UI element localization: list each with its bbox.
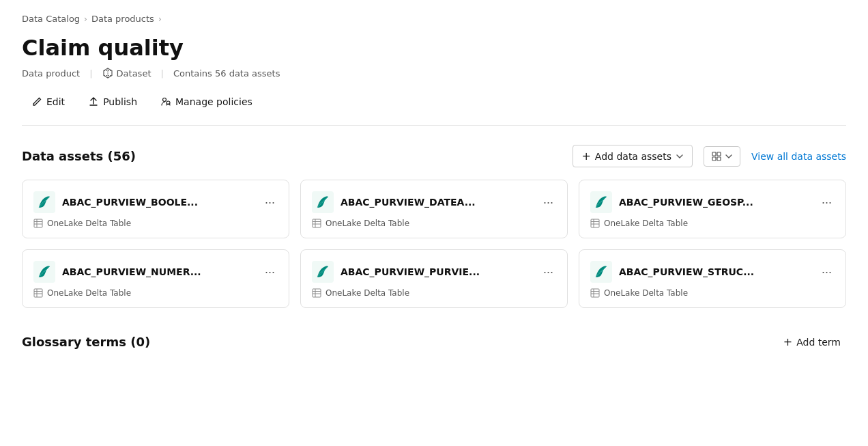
actions-row: Edit Publish Manage policies <box>22 92 846 126</box>
asset-card-6-more-button[interactable]: ··· <box>819 266 835 278</box>
asset-card-1-title-row: ABAC_PURVIEW_BOOLE... <box>33 191 262 213</box>
asset-card-5[interactable]: ABAC_PURVIEW_PURVIE... ··· OneLake Delta… <box>300 249 568 308</box>
chevron-down-icon <box>676 152 684 161</box>
asset-card-3-title-row: ABAC_PURVIEW_GEOSP... <box>590 191 819 213</box>
view-all-data-assets-link[interactable]: View all data assets <box>751 151 846 162</box>
add-data-assets-button[interactable]: + Add data assets <box>573 145 693 167</box>
asset-card-3-type-row: OneLake Delta Table <box>590 219 835 228</box>
asset-card-3-name: ABAC_PURVIEW_GEOSP... <box>619 197 753 208</box>
asset-card-5-title-row: ABAC_PURVIEW_PURVIE... <box>312 261 540 283</box>
breadcrumb-sep-2: › <box>158 14 162 24</box>
data-assets-title: Data assets (56) <box>22 149 136 163</box>
publish-icon <box>88 96 99 107</box>
svg-rect-11 <box>591 219 599 227</box>
asset-card-5-name: ABAC_PURVIEW_PURVIE... <box>341 266 480 277</box>
chevron-down-icon-2 <box>725 152 733 161</box>
table-icon-1 <box>33 219 43 228</box>
meta-divider-1: | <box>89 68 92 79</box>
asset-card-4[interactable]: ABAC_PURVIEW_NUMER... ··· OneLake Delta … <box>22 249 289 308</box>
breadcrumb-data-products[interactable]: Data products <box>91 14 154 24</box>
page-title: Claim quality <box>22 35 846 61</box>
asset-card-6-name: ABAC_PURVIEW_STRUC... <box>619 266 754 277</box>
edit-icon <box>31 96 42 107</box>
table-icon-5 <box>312 288 321 298</box>
asset-card-5-header: ABAC_PURVIEW_PURVIE... ··· <box>312 261 556 283</box>
asset-card-1-type-row: OneLake Delta Table <box>33 219 278 228</box>
asset-card-4-header: ABAC_PURVIEW_NUMER... ··· <box>33 261 278 283</box>
asset-card-6-type-row: OneLake Delta Table <box>590 288 835 298</box>
asset-card-6[interactable]: ABAC_PURVIEW_STRUC... ··· OneLake Delta … <box>579 249 846 308</box>
meta-assets-count: Contains 56 data assets <box>173 68 280 79</box>
table-icon-6 <box>590 288 600 298</box>
add-term-plus-icon: + <box>783 335 792 348</box>
manage-policies-button[interactable]: Manage policies <box>151 92 262 111</box>
asset-card-4-title-row: ABAC_PURVIEW_NUMER... <box>33 261 262 283</box>
asset-card-3[interactable]: ABAC_PURVIEW_GEOSP... ··· OneLake Delta … <box>579 180 846 238</box>
add-term-label: Add term <box>796 337 841 348</box>
glossary-title: Glossary terms (0) <box>22 335 150 349</box>
assets-grid: ABAC_PURVIEW_BOOLE... ··· OneLake Delta … <box>22 180 846 308</box>
asset-card-2-type: OneLake Delta Table <box>326 219 409 228</box>
asset-card-6-type: OneLake Delta Table <box>604 288 688 298</box>
svg-rect-17 <box>591 289 599 297</box>
data-assets-section: Data assets (56) + Add data assets <box>22 145 846 308</box>
fabric-asset-icon-6 <box>590 261 612 283</box>
asset-card-4-name: ABAC_PURVIEW_NUMER... <box>62 266 201 277</box>
grid-icon <box>711 151 722 162</box>
table-icon-2 <box>312 219 321 228</box>
asset-card-2-header: ABAC_PURVIEW_DATEA... ··· <box>312 191 556 213</box>
asset-card-1-header: ABAC_PURVIEW_BOOLE... ··· <box>33 191 278 213</box>
asset-card-1-name: ABAC_PURVIEW_BOOLE... <box>62 197 198 208</box>
publish-button[interactable]: Publish <box>78 92 147 111</box>
asset-card-4-type: OneLake Delta Table <box>47 288 131 298</box>
svg-rect-4 <box>712 157 716 161</box>
asset-card-6-header: ABAC_PURVIEW_STRUC... ··· <box>590 261 835 283</box>
table-icon-3 <box>590 219 600 228</box>
asset-card-5-more-button[interactable]: ··· <box>540 266 556 278</box>
dataset-icon <box>102 68 113 79</box>
asset-card-5-type-row: OneLake Delta Table <box>312 288 556 298</box>
asset-card-5-type: OneLake Delta Table <box>326 288 409 298</box>
glossary-header: Glossary terms (0) + Add term <box>22 333 846 351</box>
asset-card-3-type: OneLake Delta Table <box>604 219 688 228</box>
meta-dataset-label: Dataset <box>117 68 151 79</box>
meta-row: Data product | Dataset | Contains 56 dat… <box>22 68 846 79</box>
publish-label: Publish <box>103 96 137 107</box>
asset-card-1[interactable]: ABAC_PURVIEW_BOOLE... ··· OneLake Delta … <box>22 180 289 238</box>
edit-label: Edit <box>46 96 65 107</box>
svg-rect-15 <box>313 289 321 297</box>
svg-rect-9 <box>313 219 321 227</box>
asset-card-2-more-button[interactable]: ··· <box>540 196 556 208</box>
asset-card-3-header: ABAC_PURVIEW_GEOSP... ··· <box>590 191 835 213</box>
asset-card-2-title-row: ABAC_PURVIEW_DATEA... <box>312 191 540 213</box>
asset-card-3-more-button[interactable]: ··· <box>819 196 835 208</box>
fabric-asset-icon-2 <box>312 191 334 213</box>
svg-rect-7 <box>34 219 42 227</box>
asset-card-4-type-row: OneLake Delta Table <box>33 288 278 298</box>
svg-rect-2 <box>712 152 716 156</box>
plus-icon: + <box>581 150 590 163</box>
fabric-asset-icon-4 <box>33 261 55 283</box>
asset-card-4-more-button[interactable]: ··· <box>262 266 278 278</box>
policies-icon <box>160 96 171 107</box>
add-term-button[interactable]: + Add term <box>778 333 846 351</box>
asset-card-2[interactable]: ABAC_PURVIEW_DATEA... ··· OneLake Delta … <box>300 180 568 238</box>
meta-type: Data product <box>22 68 80 79</box>
asset-card-1-more-button[interactable]: ··· <box>262 196 278 208</box>
edit-button[interactable]: Edit <box>22 92 74 111</box>
asset-card-6-title-row: ABAC_PURVIEW_STRUC... <box>590 261 819 283</box>
table-icon-4 <box>33 288 43 298</box>
glossary-section: Glossary terms (0) + Add term <box>22 333 846 351</box>
breadcrumb-data-catalog[interactable]: Data Catalog <box>22 14 80 24</box>
fabric-asset-icon-3 <box>590 191 612 213</box>
meta-divider-2: | <box>161 68 164 79</box>
breadcrumb-sep-1: › <box>84 14 87 24</box>
section-header: Data assets (56) + Add data assets <box>22 145 846 167</box>
fabric-asset-icon-1 <box>33 191 55 213</box>
asset-card-2-type-row: OneLake Delta Table <box>312 219 556 228</box>
svg-rect-5 <box>717 157 721 161</box>
view-toggle-button[interactable] <box>704 146 740 167</box>
add-assets-label: Add data assets <box>595 151 671 162</box>
fabric-asset-icon-5 <box>312 261 334 283</box>
svg-rect-3 <box>717 152 721 156</box>
